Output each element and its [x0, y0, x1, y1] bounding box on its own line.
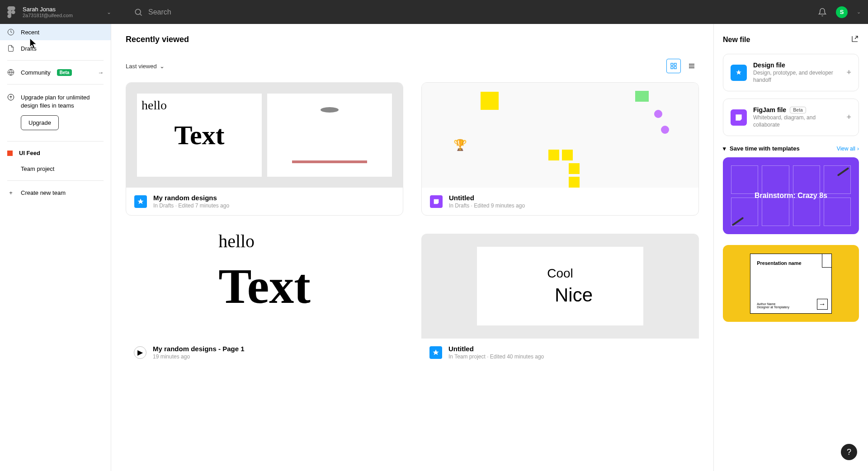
main-content: Recently viewed Last viewed ⌄ helloText	[111, 24, 713, 471]
sidebar: Recent Drafts Community Beta → Upgrade p…	[0, 24, 111, 471]
upgrade-button[interactable]: Upgrade	[21, 115, 59, 130]
svg-point-0	[135, 9, 141, 14]
newfile-sub: Design, prototype, and developer handoff	[753, 70, 840, 84]
plus-icon: +	[7, 189, 14, 196]
clock-icon	[7, 28, 14, 36]
plus-icon: +	[846, 68, 851, 77]
right-panel: New file Design file Design, prototype, …	[713, 24, 868, 471]
templates-title: Save time with templates	[730, 145, 800, 152]
figjam-file-icon	[430, 195, 443, 208]
team-color-icon	[7, 151, 13, 156]
sidebar-item-community[interactable]: Community Beta →	[0, 64, 111, 80]
svg-rect-9	[674, 66, 676, 69]
arrow-right-icon: →	[817, 299, 828, 310]
avatar[interactable]: S	[836, 6, 848, 18]
user-name: Sarah Jonas	[23, 6, 99, 13]
template-card-presentation[interactable]: Presentation name Author Name Designer a…	[723, 245, 859, 322]
project-name: Team project	[21, 165, 54, 172]
sort-dropdown[interactable]: Last viewed ⌄	[126, 63, 165, 70]
svg-rect-10	[671, 66, 673, 69]
newfile-sub: Whiteboard, diagram, and collaborate	[753, 114, 840, 128]
sort-label-text: Last viewed	[126, 63, 157, 70]
search-input[interactable]	[148, 8, 284, 16]
help-button[interactable]: ?	[841, 444, 857, 460]
file-thumbnail: helloText	[126, 234, 403, 339]
svg-line-1	[140, 14, 142, 15]
globe-icon	[7, 69, 14, 76]
thumb-text: hello	[218, 234, 255, 252]
file-card[interactable]: helloText My random designs In Drafts · …	[126, 82, 403, 216]
sidebar-label: Drafts	[21, 45, 37, 52]
new-file-title: New file	[723, 36, 750, 44]
sidebar-item-team[interactable]: UI Feed	[0, 145, 111, 161]
sidebar-item-recent[interactable]: Recent	[0, 24, 111, 40]
chevron-right-icon: ›	[857, 146, 859, 152]
thumb-text: hello	[142, 98, 167, 113]
beta-badge: Beta	[790, 107, 806, 113]
caret-down-icon[interactable]: ▾	[723, 145, 726, 152]
sidebar-item-drafts[interactable]: Drafts	[0, 40, 111, 57]
file-title: Untitled	[449, 194, 525, 202]
sidebar-label: Create new team	[21, 189, 66, 196]
design-file-icon	[731, 65, 747, 81]
beta-badge: Beta	[57, 69, 72, 76]
file-meta: 19 minutes ago	[153, 353, 245, 360]
chevron-down-icon: ⌄	[107, 9, 111, 15]
divider	[7, 180, 104, 181]
plus-icon: +	[846, 113, 851, 122]
file-title: My random designs - Page 1	[153, 345, 245, 353]
thumb-text: Cool	[547, 266, 573, 281]
list-view-button[interactable]	[684, 59, 699, 73]
upgrade-text: Upgrade plan for unlimited design files …	[21, 94, 104, 110]
figjam-file-icon	[731, 109, 747, 126]
page-title: Recently viewed	[126, 35, 699, 44]
sidebar-item-create-team[interactable]: + Create new team	[0, 184, 111, 201]
thumb-text: Nice	[555, 284, 593, 306]
template-card-brainstorm[interactable]: Brainstorm: Crazy 8s	[723, 157, 859, 234]
divider	[7, 84, 104, 85]
chevron-down-icon: ⌄	[160, 63, 165, 70]
new-design-file-card[interactable]: Design file Design, prototype, and devel…	[723, 54, 859, 91]
view-all-link[interactable]: View all ›	[837, 146, 859, 152]
notifications-icon[interactable]	[818, 8, 827, 17]
upgrade-icon	[7, 94, 14, 103]
divider	[7, 141, 104, 141]
user-email: 2a73181f@uifeed.com	[23, 13, 99, 18]
topbar: Sarah Jonas 2a73181f@uifeed.com ⌄ S ⌄	[0, 0, 868, 24]
file-meta: In Drafts · Edited 9 minutes ago	[449, 203, 525, 209]
template-title: Brainstorm: Crazy 8s	[755, 192, 827, 200]
upgrade-block: Upgrade plan for unlimited design files …	[0, 88, 111, 137]
new-figjam-file-card[interactable]: FigJam fileBeta Whiteboard, diagram, and…	[723, 99, 859, 136]
svg-rect-8	[674, 63, 676, 66]
file-card[interactable]: Cool Nice Untitled In Team project · Edi…	[421, 234, 699, 366]
sidebar-label: Recent	[21, 29, 39, 36]
thumb-text: Text	[174, 120, 224, 151]
chevron-down-icon[interactable]: ⌄	[857, 9, 861, 15]
divider	[7, 60, 104, 61]
newfile-title: Design file	[753, 61, 840, 69]
workspace-switcher[interactable]: Sarah Jonas 2a73181f@uifeed.com ⌄	[7, 6, 116, 18]
sidebar-item-project[interactable]: Team project	[0, 161, 111, 177]
template-title: Presentation name	[757, 260, 825, 266]
design-file-icon	[134, 195, 147, 208]
file-card[interactable]: helloText ▶ My random designs - Page 1 1…	[126, 234, 403, 366]
file-thumbnail: helloText	[126, 83, 403, 188]
template-author: Author Name Designer at Templatery	[757, 302, 789, 309]
import-icon[interactable]	[851, 35, 859, 45]
file-card[interactable]: 🏆 Untitled In Drafts · Edited 9 minutes …	[421, 82, 699, 216]
team-name: UI Feed	[19, 150, 40, 156]
figma-logo-icon	[7, 6, 15, 18]
search-icon	[134, 8, 143, 17]
file-meta: In Drafts · Edited 7 minutes ago	[153, 203, 229, 209]
file-title: Untitled	[448, 345, 544, 353]
thumb-text: Text	[218, 259, 311, 314]
file-title: My random designs	[153, 194, 229, 202]
file-thumbnail: Cool Nice	[421, 234, 699, 339]
view-all-text: View all	[837, 146, 855, 152]
grid-view-button[interactable]	[666, 59, 681, 73]
search-bar[interactable]	[116, 8, 818, 17]
play-icon: ▶	[134, 346, 146, 359]
newfile-title: FigJam file	[753, 106, 786, 113]
sidebar-label: Community	[21, 69, 51, 76]
svg-rect-7	[671, 63, 673, 66]
